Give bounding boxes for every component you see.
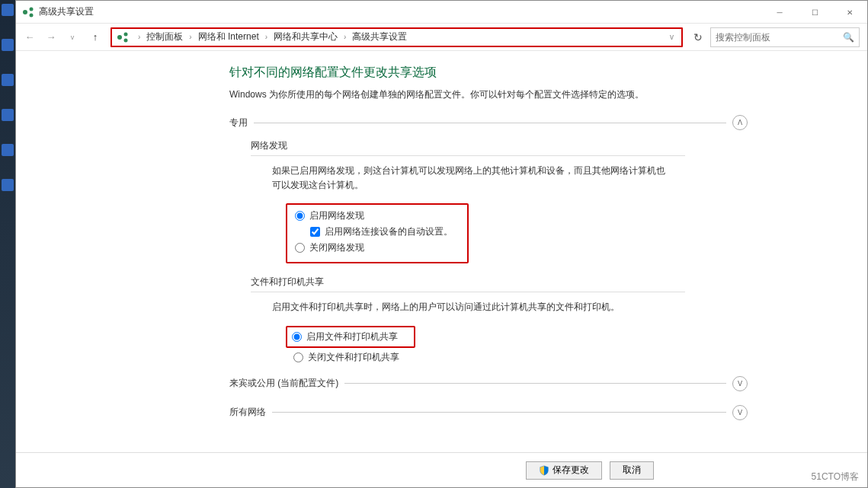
desktop-left-edge [0,0,15,488]
section-label: 专用 [229,116,248,129]
titlebar: 高级共享设置 ─ ☐ ✕ [16,1,867,24]
svg-point-0 [23,10,27,14]
section-private-header[interactable]: 专用 ᐱ [229,115,748,130]
divider [272,412,726,413]
section-label: 来宾或公用 (当前配置文件) [229,377,338,390]
radio-label: 启用网络发现 [309,209,364,222]
chevron-right-icon: › [261,33,272,41]
control-panel-window: 高级共享设置 ─ ☐ ✕ ← → v ↑ › 控制面板 › 网络和 Intern… [15,0,868,488]
checkbox-auto-setup[interactable]: 启用网络连接设备的自动设置。 [310,225,460,238]
svg-point-4 [124,32,128,36]
divider [344,383,726,384]
network-sharing-icon [117,31,129,43]
desktop-shortcut [2,39,14,51]
svg-point-2 [30,13,34,17]
save-button[interactable]: 保存更改 [526,461,602,480]
checkbox-input[interactable] [310,227,320,237]
breadcrumb-item[interactable]: 高级共享设置 [351,30,408,43]
subsection-description: 启用文件和打印机共享时，网络上的用户可以访问通过此计算机共享的文件和打印机。 [272,300,668,314]
breadcrumb[interactable]: › 控制面板 › 网络和 Internet › 网络和共享中心 › 高级共享设置… [111,27,683,47]
search-icon[interactable]: 🔍 [843,32,854,43]
content-area: 针对不同的网络配置文件更改共享选项 Windows 为你所使用的每个网络创建单独… [16,51,867,452]
network-discovery-options: 启用网络发现 启用网络连接设备的自动设置。 关闭网络发现 [286,203,469,263]
radio-label: 关闭网络发现 [309,241,364,254]
cancel-button-label: 取消 [623,464,641,477]
subsection-file-printer-sharing: 文件和打印机共享 启用文件和打印机共享时，网络上的用户可以访问通过此计算机共享的… [251,276,748,363]
breadcrumb-item[interactable]: 网络和 Internet [197,30,261,43]
subsection-label: 文件和打印机共享 [251,276,748,289]
navigation-row: ← → v ↑ › 控制面板 › 网络和 Internet › 网络和共享中心 … [16,24,867,51]
desktop-shortcut [2,144,14,156]
divider [251,292,685,292]
cancel-button[interactable]: 取消 [610,461,654,480]
radio-input[interactable] [292,332,302,342]
back-button[interactable]: ← [21,28,39,46]
radio-input[interactable] [295,243,305,253]
desktop-shortcut [2,109,14,121]
desktop-shortcut [2,4,14,16]
section-guest-header[interactable]: 来宾或公用 (当前配置文件) ᐯ [229,376,748,391]
file-share-enable-option: 启用文件和打印机共享 [286,326,415,348]
chevron-right-icon: › [184,33,196,41]
forward-button[interactable]: → [42,28,60,46]
subsection-network-discovery: 网络发现 如果已启用网络发现，则这台计算机可以发现网络上的其他计算机和设备，而且… [251,139,748,263]
page-title: 针对不同的网络配置文件更改共享选项 [229,65,748,81]
shield-icon [539,465,549,476]
window-controls: ─ ☐ ✕ [762,1,867,23]
save-button-label: 保存更改 [553,464,589,477]
radio-input[interactable] [295,211,305,221]
svg-point-3 [117,35,122,40]
svg-point-1 [30,7,34,11]
section-label: 所有网络 [229,406,266,419]
radio-input[interactable] [293,352,303,362]
divider [254,123,726,123]
close-button[interactable]: ✕ [832,1,867,24]
radio-enable-discovery[interactable]: 启用网络发现 [295,209,460,222]
recent-dropdown[interactable]: v [63,28,82,46]
desktop-shortcut [2,179,14,191]
minimize-button[interactable]: ─ [762,1,797,24]
breadcrumb-item[interactable]: 网络和共享中心 [272,30,339,43]
search-box[interactable]: 🔍 [710,27,860,47]
footer-bar: 保存更改 取消 [16,452,867,487]
file-share-disable-option: 关闭文件和打印机共享 [293,351,748,364]
radio-enable-file-share[interactable]: 启用文件和打印机共享 [292,330,409,343]
divider [251,155,685,156]
page-description: Windows 为你所使用的每个网络创建单独的网络配置文件。你可以针对每个配置文… [229,88,748,101]
chevron-right-icon: › [339,33,351,41]
radio-label: 关闭文件和打印机共享 [308,351,399,364]
watermark: 51CTO博客 [812,470,859,483]
svg-point-5 [124,38,128,42]
chevron-up-icon[interactable]: ᐱ [732,115,748,130]
chevron-down-icon[interactable]: ᐯ [732,376,748,391]
subsection-label: 网络发现 [251,139,748,152]
maximize-button[interactable]: ☐ [797,1,832,24]
chevron-down-icon[interactable]: v [667,33,677,41]
section-all-networks-header[interactable]: 所有网络 ᐯ [229,405,748,420]
up-button[interactable]: ↑ [86,28,104,46]
chevron-down-icon[interactable]: ᐯ [732,405,748,420]
radio-label: 启用文件和打印机共享 [306,330,398,343]
breadcrumb-item[interactable]: 控制面板 [145,30,184,43]
chevron-right-icon: › [133,33,145,41]
radio-disable-discovery[interactable]: 关闭网络发现 [295,241,460,254]
checkbox-label: 启用网络连接设备的自动设置。 [325,225,453,238]
desktop-shortcut [2,74,14,86]
search-input[interactable] [716,32,843,43]
radio-disable-file-share[interactable]: 关闭文件和打印机共享 [293,351,748,364]
window-title: 高级共享设置 [39,5,762,18]
subsection-description: 如果已启用网络发现，则这台计算机可以发现网络上的其他计算机和设备，而且其他网络计… [272,164,668,193]
network-sharing-icon [22,6,34,18]
refresh-button[interactable]: ↻ [689,28,707,46]
